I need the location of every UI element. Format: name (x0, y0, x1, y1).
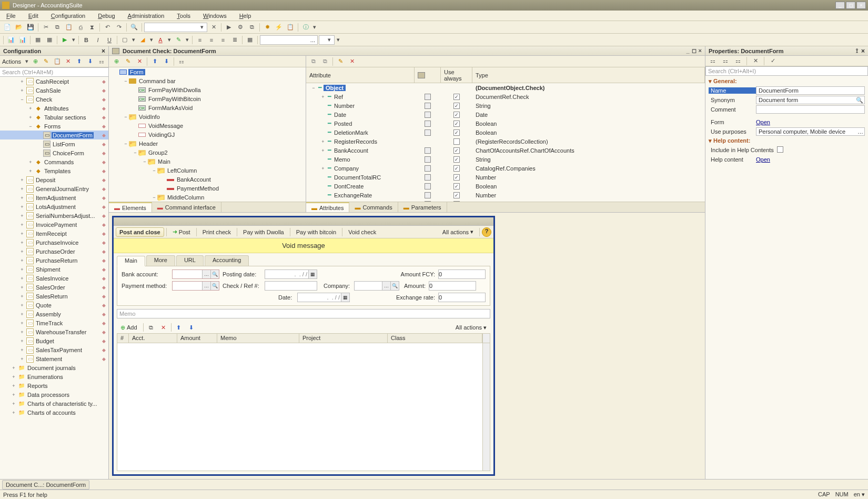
props-inc-checkbox[interactable] (777, 146, 783, 153)
cfg-listform[interactable]: ▭ListForm◆ (0, 139, 108, 148)
cfg-check[interactable]: −▭Check◆ (0, 95, 108, 104)
amount-input[interactable]: 0 (429, 281, 476, 291)
undo-icon[interactable]: ↶ (102, 22, 113, 33)
pv-tab-accounting[interactable]: Accounting (205, 255, 249, 266)
size-combo[interactable]: ▾ (319, 35, 335, 45)
line-items-grid[interactable]: #Acct.AmountMemoProjectClass (117, 333, 490, 471)
grid-copy-icon[interactable]: ⧉ (146, 322, 156, 333)
cfg-budget[interactable]: +▭Budget◆ (0, 336, 108, 345)
cfg-cashreceipt[interactable]: +▭CashReceipt◆ (0, 77, 108, 86)
cfg-documentjournals[interactable]: +📁Document journals (0, 363, 108, 372)
pay-bitcoin-button[interactable]: Pay with bitcoin (292, 227, 340, 237)
config-tree[interactable]: +▭CashReceipt◆+▭CashSale◆−▭Check◆+◆Attri… (0, 77, 108, 479)
copy2-icon[interactable]: ⧉ (247, 22, 257, 33)
grid-del-icon[interactable]: ✕ (158, 322, 169, 333)
form-tab-0[interactable]: ▬ Elements (109, 202, 152, 212)
down-icon[interactable]: ⬇ (85, 56, 95, 67)
doc-close-button[interactable]: × (699, 47, 702, 54)
underline-icon[interactable]: U (104, 35, 115, 45)
tb2-icon-4[interactable]: ▦ (44, 35, 55, 45)
menu-configuration[interactable]: Configuration (49, 12, 87, 20)
attr-documenttotalrc[interactable]: ━DocumentTotalRCNumber (306, 173, 705, 182)
fill-icon[interactable]: ◢ (137, 35, 148, 45)
print-icon[interactable]: ⎙ (75, 22, 86, 33)
menu-help[interactable]: Help (237, 12, 254, 20)
cfg-itemreceipt[interactable]: +▭ItemReceipt◆ (0, 229, 108, 238)
props-sort3-icon[interactable]: ⚏ (733, 56, 743, 66)
menu-tools[interactable]: Tools (175, 12, 193, 20)
ft-down-icon[interactable]: ⬇ (161, 56, 171, 67)
cfg-deposit[interactable]: +▭Deposit◆ (0, 175, 108, 184)
cfg-timetrack[interactable]: +▭TimeTrack◆ (0, 318, 108, 327)
cfg-assembly[interactable]: +▭Assembly◆ (0, 310, 108, 318)
props-row-use[interactable]: Use purposes Personal computer, Mobile d… (709, 127, 865, 136)
props-search[interactable]: Search (Ctrl+Alt+I) (705, 66, 868, 76)
menu-administration[interactable]: Administration (126, 12, 167, 20)
pv-tab-more[interactable]: More (146, 255, 175, 266)
attr-dontcreate[interactable]: ━DontCreateBoolean (306, 182, 705, 191)
pv-tab-url[interactable]: URL (176, 255, 204, 266)
props-syn-input[interactable]: Document form🔍 (756, 96, 865, 104)
props-pushpin-icon[interactable]: ⟟ (856, 47, 858, 54)
minimize-button[interactable]: _ (835, 2, 845, 9)
dropdown-icon[interactable]: ▾ (312, 24, 317, 31)
copy-icon[interactable]: ⧉ (52, 22, 63, 33)
attr-del-icon[interactable]: ✕ (347, 56, 357, 67)
cfg-shipment[interactable]: +▭Shipment◆ (0, 265, 108, 274)
props-row-synonym[interactable]: Synonym Document form🔍 (709, 95, 865, 105)
font-combo[interactable]: ... (260, 35, 318, 45)
props-row-name[interactable]: Name DocumentForm (709, 86, 865, 95)
props-row-include[interactable]: Include in Help Contents (709, 145, 865, 155)
tb2-icon-1[interactable]: 📊 (6, 35, 16, 45)
ft-commandbar[interactable]: −Command bar (109, 76, 306, 85)
props-clear-icon[interactable]: ✕ (750, 56, 761, 66)
pay-dwolla-button[interactable]: Pay with Dwolla (239, 227, 288, 237)
attr-add-icon[interactable]: ⧉ (308, 56, 319, 67)
ft-form[interactable]: Form (109, 67, 306, 76)
config-close-button[interactable]: × (102, 47, 105, 55)
attr-number[interactable]: ━NumberString (306, 101, 705, 110)
ft-leftcolumn[interactable]: −📁LeftColumn (109, 166, 306, 175)
align-center-icon[interactable]: ≡ (206, 35, 217, 45)
cfg-purchasereturn[interactable]: +▭PurchaseReturn◆ (0, 256, 108, 265)
help-icon[interactable]: ⓘ (300, 22, 311, 33)
cfg-itemadjustment[interactable]: +▭ItemAdjustment◆ (0, 193, 108, 202)
props-check-icon[interactable]: ✓ (768, 56, 778, 66)
props-use-input[interactable]: Personal computer, Mobile device… (756, 127, 865, 136)
ft-edit-icon[interactable]: ✎ (123, 56, 133, 67)
grid-up-icon[interactable]: ⬆ (174, 322, 184, 333)
print-check-button[interactable]: Print check (199, 227, 235, 237)
attr-registerrecords[interactable]: +━RegisterRecords(RegisterRecordsCollect… (306, 137, 705, 146)
props-help-section[interactable]: ▾ Help content: (709, 136, 865, 145)
ft-bankaccount[interactable]: BankAccount (109, 175, 306, 184)
attr-list[interactable]: −━Object(DocumentObject.Check)+━RefDocum… (306, 83, 705, 202)
cfg-purchaseorder[interactable]: +▭PurchaseOrder◆ (0, 247, 108, 256)
cfg-templates[interactable]: +◆Templates◆ (0, 166, 108, 175)
amount-fcy-input[interactable]: 0 (438, 270, 486, 279)
ft-voidmessage[interactable]: VoidMessage (109, 121, 306, 130)
doc-minimize-button[interactable]: _ (686, 47, 689, 54)
align-just-icon[interactable]: ≣ (229, 35, 240, 45)
sort-icon[interactable]: ⚏ (96, 56, 106, 67)
grid-col-[interactable]: # (117, 334, 129, 343)
align-left-icon[interactable]: ≡ (195, 35, 205, 45)
cfg-quote[interactable]: +▭Quote◆ (0, 301, 108, 310)
close-button[interactable]: × (856, 2, 866, 9)
ft-del-icon[interactable]: ✕ (134, 56, 145, 67)
cfg-commands[interactable]: +◆Commands◆ (0, 157, 108, 166)
props-name-input[interactable]: DocumentForm (756, 86, 865, 95)
syntax-icon[interactable]: ✸ (262, 22, 272, 33)
attr-deletionmark[interactable]: ━DeletionMarkBoolean (306, 128, 705, 137)
form-tree[interactable]: Form−Command barOKFormPayWithDwollaOKFor… (109, 67, 306, 202)
grid-col-memo[interactable]: Memo (217, 334, 299, 343)
play-icon[interactable]: ▶ (59, 35, 70, 45)
attr-bankaccount[interactable]: +━BankAccountChartOfAccountsRef.ChartOfA… (306, 146, 705, 155)
props-row-comment[interactable]: Comment (709, 105, 865, 114)
config-search[interactable]: Search (Ctrl+Alt+M) (0, 67, 108, 77)
cfg-chartsofaccounts[interactable]: +📁Charts of accounts (0, 408, 108, 417)
cfg-lotsadjustment[interactable]: +▭LotsAdjustment◆ (0, 202, 108, 211)
italic-icon[interactable]: I (93, 35, 103, 45)
cfg-dataprocessors[interactable]: +📁Data processors (0, 390, 108, 399)
props-sort2-icon[interactable]: ⚏ (720, 56, 731, 66)
cut-icon[interactable]: ✂ (41, 22, 51, 33)
